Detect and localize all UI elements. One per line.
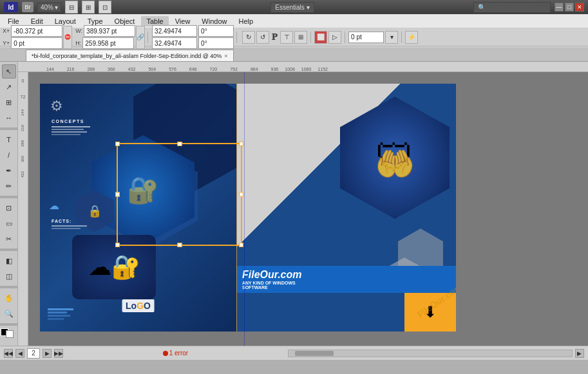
y-field[interactable]: 0 pt <box>11 37 62 49</box>
canvas-content[interactable]: ⚙ CONCEPTS 🔐 <box>28 72 588 346</box>
field1[interactable]: 32.49474 <box>152 25 197 37</box>
p-icon: 𝐏 <box>272 32 278 42</box>
ruler-marks: 144 216 288 360 432 504 576 648 720 792 … <box>28 62 328 71</box>
h-field[interactable]: 259.958 pt <box>82 37 134 49</box>
canvas-inner: ⚙ CONCEPTS 🔐 <box>28 72 588 346</box>
tool-sep1 <box>0 127 17 130</box>
rect-tool[interactable]: ▭ <box>2 216 16 230</box>
hand-tool[interactable]: ✋ <box>2 291 16 305</box>
page-number-field[interactable]: 2 <box>27 348 40 359</box>
guide-v1 <box>244 72 245 346</box>
angle2-field[interactable]: 0° <box>198 37 234 49</box>
gear-icon: ⚙ <box>50 98 63 115</box>
gap-tool[interactable]: ↔ <box>2 111 16 125</box>
ruler-left: 0 72 144 216 288 360 432 <box>18 72 28 346</box>
constraint-btn[interactable]: ⛔ <box>63 26 72 49</box>
flash-btn[interactable]: ⚡ <box>405 31 418 44</box>
align-btn2[interactable]: ⊞ <box>294 31 307 44</box>
cloud-icon: ☁ <box>49 200 59 212</box>
stroke-btn2[interactable]: ▷ <box>328 31 341 44</box>
fileour-sub2: SOFTWARE <box>242 285 451 290</box>
stroke-color[interactable] <box>6 330 14 338</box>
color-boxes <box>1 328 17 336</box>
error-dot <box>163 351 168 356</box>
type-tool[interactable]: T <box>2 133 16 147</box>
rect-frame-tool[interactable]: ⊡ <box>2 201 16 215</box>
zoom-tool[interactable]: 🔍 <box>2 306 16 321</box>
fileour-banner: FileOur.com ANY KIND OF WINDOWS SOFTWARE <box>237 266 456 293</box>
fileour-sub1: ANY KIND OF WINDOWS <box>242 281 451 285</box>
next-btn[interactable]: ▶ <box>43 349 52 358</box>
hands-area: 🤲 <box>337 100 453 229</box>
main-area: ↖ ↗ ⊞ ↔ T / ✒ ✏ ⊡ ▭ ✂ ◧ ◫ ✋ 🔍 144 216 <box>0 62 588 346</box>
x-field[interactable]: -80.372 pt <box>11 25 62 37</box>
tool-sep2 <box>0 196 17 198</box>
view-mode-btn3[interactable]: ⊡ <box>99 1 111 14</box>
pen-tool[interactable]: ✒ <box>2 164 16 178</box>
tab-filename: *bi-fold_corporate_template_by_ali-aslam… <box>32 53 222 59</box>
facts-title: FACTS: <box>52 219 87 223</box>
field2[interactable]: 32.49474 <box>152 37 197 49</box>
rotate-cw-btn[interactable]: ↻ <box>242 31 255 44</box>
next-page-btn[interactable]: ▶▶ <box>54 349 63 358</box>
app-logo: Id <box>4 2 18 12</box>
line-tool[interactable]: / <box>2 148 16 162</box>
minimize-btn[interactable]: — <box>555 3 564 12</box>
h-scrollbar[interactable] <box>288 350 573 357</box>
close-btn[interactable]: ✕ <box>575 3 584 12</box>
stats-lines <box>48 308 73 320</box>
view-mode-btn1[interactable]: ⊟ <box>65 1 78 14</box>
logo-text: LoGO <box>122 299 155 312</box>
link-wh-btn[interactable]: 🔗 <box>136 26 145 49</box>
align-btn1[interactable]: ⊤ <box>280 31 293 44</box>
left-toolbar: ↖ ↗ ⊞ ↔ T / ✒ ✏ ⊡ ▭ ✂ ◧ ◫ ✋ 🔍 <box>0 62 18 346</box>
workspace-selector[interactable]: Essentials ▾ <box>270 2 314 13</box>
workspace-label: Essentials ▾ <box>270 2 314 13</box>
stroke-btn1[interactable]: ⬜ <box>314 31 327 44</box>
tool-sep5 <box>0 323 17 326</box>
pencil-tool[interactable]: ✏ <box>2 179 16 193</box>
left-page: ⚙ CONCEPTS 🔐 <box>40 84 236 332</box>
status-bar: ◀◀ ◀ 2 ▶ ▶▶ 1 error ▶ <box>0 346 588 360</box>
canvas-area[interactable]: 144 216 288 360 432 504 576 648 720 792 … <box>18 62 588 346</box>
title-bar-left: Id Br 40% ▾ ⊟ ⊞ ⊡ <box>4 1 111 14</box>
direct-select-tool[interactable]: ↗ <box>2 80 16 94</box>
tab-close-btn[interactable]: × <box>224 53 227 59</box>
scissors-tool[interactable]: ✂ <box>2 232 16 246</box>
stroke-menu-btn[interactable]: ▾ <box>385 31 398 44</box>
facts-lines <box>52 225 87 229</box>
rotate-ccw-btn[interactable]: ↺ <box>256 31 269 44</box>
page-tool[interactable]: ⊞ <box>2 95 16 109</box>
concepts-lines <box>52 126 90 135</box>
title-bar: Id Br 40% ▾ ⊟ ⊞ ⊡ Essentials ▾ 🔍 — □ ✕ <box>0 0 588 14</box>
right-page: 🛡 🤲 FileOur.com ANY KIND OF WINDOWS SOFT… <box>237 84 456 332</box>
w-field[interactable]: 389.937 pt <box>84 25 135 37</box>
error-text: 1 error <box>169 350 188 357</box>
maximize-btn[interactable]: □ <box>565 3 574 12</box>
view-mode-btn2[interactable]: ⊞ <box>82 1 95 14</box>
ruler-top: 144 216 288 360 432 504 576 648 720 792 … <box>18 62 588 72</box>
select-tool[interactable]: ↖ <box>2 64 16 79</box>
search-box[interactable]: 🔍 <box>473 2 551 13</box>
tab-bar: *bi-fold_corporate_template_by_ali-aslam… <box>0 49 588 62</box>
cloud-lock-image: ☁🔐 <box>72 235 156 299</box>
tool-sep4 <box>0 286 17 288</box>
prev-btn[interactable]: ◀ <box>15 349 24 358</box>
concepts-title: CONCEPTS <box>52 119 90 124</box>
facts-section: FACTS: <box>52 219 87 229</box>
logo-area: LoGO <box>122 299 155 312</box>
window-controls: — □ ✕ <box>555 3 584 12</box>
gradient-tool[interactable]: ◧ <box>2 254 16 268</box>
zoom-chevron: ▾ <box>55 4 58 11</box>
pt-field[interactable]: 0 pt <box>348 32 384 43</box>
zoom-control[interactable]: 40% ▾ <box>37 3 61 12</box>
h-label: H: <box>75 40 81 46</box>
document-tab[interactable]: *bi-fold_corporate_template_by_ali-aslam… <box>26 50 234 61</box>
gradient-feather-tool[interactable]: ◫ <box>2 269 16 283</box>
scroll-right-btn[interactable]: ▶ <box>575 349 584 358</box>
prev-page-btn[interactable]: ◀◀ <box>4 349 13 358</box>
error-badge[interactable]: 1 error <box>163 350 188 357</box>
fileour-logo-text: FileOur.com <box>242 269 451 281</box>
br-logo[interactable]: Br <box>22 2 33 12</box>
angle1-field[interactable]: 0° <box>198 25 234 37</box>
